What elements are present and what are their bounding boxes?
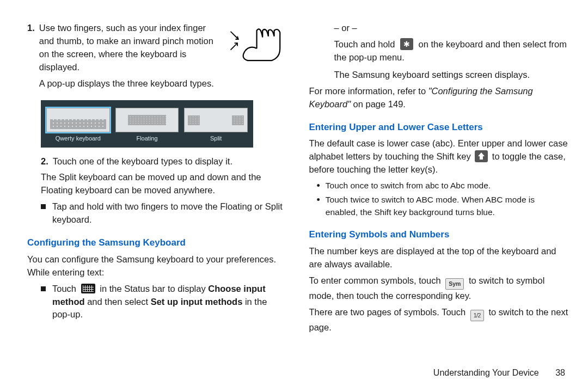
square-bullet-icon (41, 286, 46, 291)
heading-symbols: Entering Symbols and Numbers (309, 228, 569, 242)
symbols-p3: There are two pages of symbols. Touch 1/… (309, 306, 569, 334)
pinch-hand-illustration (222, 22, 287, 69)
step-2-sub-bullet: Tap and hold with two fingers to move th… (41, 200, 287, 226)
kb-option-floating: Floating (115, 108, 179, 143)
kb-option-qwerty: Qwerty keyboard (46, 108, 110, 143)
step-1: 1. Use two fingers, such as your (27, 22, 287, 90)
case-bullet-1: Touch once to switch from abc to Abc mod… (317, 180, 569, 192)
shift-arrow-icon (475, 150, 488, 162)
heading-case: Entering Upper and Lower Case Letters (309, 121, 569, 134)
kb-option-split: Split (184, 108, 248, 143)
right-column: – or – Touch and hold on the keyboard an… (309, 22, 569, 338)
footer-section: Understanding Your Device (433, 368, 539, 377)
keyboard-icon (81, 284, 95, 293)
sym-key-icon: Sym (445, 278, 464, 290)
config-result: The Samsung keyboard settings screen dis… (334, 69, 569, 82)
case-bullet-2: Touch twice to switch to ABC mode. When … (317, 194, 569, 218)
heading-configuring: Configuring the Samsung Keyboard (27, 236, 287, 250)
configuring-intro: You can configure the Samsung keyboard t… (27, 253, 287, 279)
page-toggle-icon: 1/2 (470, 310, 484, 321)
step-2: 2. Touch one of the keyboard types to di… (41, 155, 287, 168)
step-1-text: Use two fingers, such as your index fing… (39, 23, 213, 72)
step-number: 2. (41, 155, 48, 168)
square-bullet-icon (41, 204, 46, 209)
page-footer: Understanding Your Device 38 (433, 366, 565, 379)
config-option-keyboard: Touch and hold on the keyboard and then … (334, 38, 569, 64)
case-paragraph: The default case is lower case (abc). En… (309, 137, 569, 176)
gear-icon (400, 38, 413, 50)
symbols-p1: The number keys are displayed at the top… (309, 245, 569, 271)
step-2-text: Touch one of the keyboard types to displ… (53, 155, 287, 168)
keyboard-types-screenshot: Qwerty keyboard Floating Split (41, 100, 253, 148)
footer-page-number: 38 (555, 368, 565, 377)
step-1-followup: A pop-up displays the three keyboard typ… (39, 77, 287, 90)
config-option-statusbar: Touch in the Status bar to display Choos… (41, 283, 287, 322)
or-divider: – or – (334, 22, 569, 35)
left-column: 1. Use two fingers, such as your (27, 22, 287, 338)
step-2-note: The Split keyboard can be moved up and d… (41, 171, 287, 197)
more-info-xref: For more information, refer to "Configur… (309, 85, 569, 111)
step-number: 1. (27, 22, 35, 90)
symbols-p2: To enter common symbols, touch Sym to sw… (309, 274, 569, 303)
